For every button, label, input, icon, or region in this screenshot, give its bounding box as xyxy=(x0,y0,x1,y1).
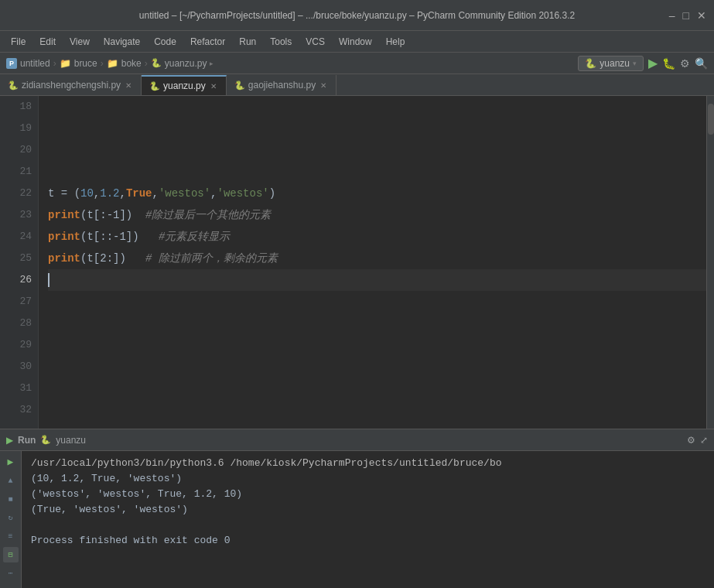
tab-yuanzu[interactable]: 🐍 yuanzu.py ✕ xyxy=(142,75,227,95)
code-line-26 xyxy=(48,269,706,291)
debug-button[interactable]: 🐛 xyxy=(662,57,675,70)
search-icon[interactable]: 🔍 xyxy=(695,57,708,70)
code-line-21 xyxy=(48,161,706,183)
line-num-19: 19 xyxy=(6,118,32,139)
tab-label-gaojie: gaojiehanshu.py xyxy=(248,80,316,91)
line-num-30: 30 xyxy=(6,356,32,378)
menu-run[interactable]: Run xyxy=(233,34,262,50)
line-num-21: 21 xyxy=(6,161,32,183)
breadcrumb-bruce-label: bruce xyxy=(74,58,97,69)
run-button[interactable]: ▶ xyxy=(648,56,658,70)
menu-refactor[interactable]: Refactor xyxy=(184,34,231,50)
menu-window[interactable]: Window xyxy=(333,34,378,50)
run-gear-icon[interactable]: ⚙ xyxy=(680,57,690,70)
tab-close-zidian[interactable]: ✕ xyxy=(124,80,133,91)
window-title: untitled – [~/PycharmProjects/untitled] … xyxy=(139,10,575,21)
run-panel-expand-icon[interactable]: ⤢ xyxy=(700,435,708,446)
output-line-5 xyxy=(31,518,705,533)
line-num-26: 26 xyxy=(6,269,32,291)
run-panel-icon: ▶ xyxy=(6,435,13,446)
menu-code[interactable]: Code xyxy=(148,34,183,50)
code-editor[interactable]: t = (10,1.2,True,'westos','westos') prin… xyxy=(39,96,706,429)
line-num-22: 22 xyxy=(6,183,32,204)
run-output: /usr/local/python3/bin/python3.6 /home/k… xyxy=(22,451,714,588)
run-tool-filter[interactable]: ≡ xyxy=(3,528,19,544)
line-num-28: 28 xyxy=(6,313,32,334)
menu-help[interactable]: Help xyxy=(380,34,412,50)
output-line-6: Process finished with exit code 0 xyxy=(31,533,705,549)
run-tool-scroll[interactable]: ⊟ xyxy=(3,547,19,562)
menu-vcs[interactable]: VCS xyxy=(299,34,331,50)
breadcrumb-chevron: ▸ xyxy=(210,60,214,67)
tab-zidian[interactable]: 🐍 zidianshengchengshi.py ✕ xyxy=(0,75,142,95)
editor-scrollbar[interactable] xyxy=(706,96,714,429)
run-config-selector[interactable]: 🐍 yuanzu ▾ xyxy=(578,56,644,71)
close-btn[interactable]: ✕ xyxy=(697,9,706,22)
run-output-area: ▶ ▲ ■ ↻ ≡ ⊟ ⋯ /usr/local/python3/bin/pyt… xyxy=(0,451,714,588)
code-line-28 xyxy=(48,313,706,334)
code-line-20 xyxy=(48,139,706,161)
line-numbers-gutter: 18 19 20 21 22 23 24 25 26 27 28 29 30 3… xyxy=(0,96,39,429)
tab-gaojie[interactable]: 🐍 gaojiehanshu.py ✕ xyxy=(227,75,337,95)
code-line-32 xyxy=(48,399,706,421)
code-line-30 xyxy=(48,356,706,378)
breadcrumb-boke[interactable]: 📁 boke xyxy=(107,58,142,69)
output-line-1: /usr/local/python3/bin/python3.6 /home/k… xyxy=(31,456,705,471)
code-line-27 xyxy=(48,291,706,313)
breadcrumb-sep-3: › xyxy=(145,58,148,69)
tab-label-yuanzu: yuanzu.py xyxy=(163,80,206,91)
run-controls-bar: 🐍 yuanzu ▾ ▶ 🐛 ⚙ 🔍 xyxy=(578,56,708,71)
output-line-3: ('westos', 'westos', True, 1.2, 10) xyxy=(31,487,705,502)
line-num-32: 32 xyxy=(6,399,32,421)
run-panel-header: ▶ Run 🐍 yuanzu ⚙ ⤢ xyxy=(0,429,714,451)
tab-close-gaojie[interactable]: ✕ xyxy=(319,80,328,91)
run-tool-more[interactable]: ⋯ xyxy=(3,566,19,581)
line-num-24: 24 xyxy=(6,226,32,248)
folder-icon-2: 📁 xyxy=(107,58,118,69)
menu-navigate[interactable]: Navigate xyxy=(97,34,146,50)
run-config-chevron: ▾ xyxy=(633,60,637,67)
code-line-19 xyxy=(48,118,706,139)
maximize-btn[interactable]: □ xyxy=(683,9,689,22)
breadcrumb-project[interactable]: P untitled xyxy=(6,58,50,69)
editor-container: 18 19 20 21 22 23 24 25 26 27 28 29 30 3… xyxy=(0,96,714,429)
menu-bar: File Edit View Navigate Code Refactor Ru… xyxy=(0,31,714,53)
run-tool-stop-2[interactable]: ■ xyxy=(3,491,19,507)
run-panel-title: Run xyxy=(18,435,36,446)
tabs-bar: 🐍 zidianshengchengshi.py ✕ 🐍 yuanzu.py ✕… xyxy=(0,74,714,96)
breadcrumb-bruce[interactable]: 📁 bruce xyxy=(60,58,97,69)
tab-label-zidian: zidianshengchengshi.py xyxy=(22,80,121,91)
run-tool-rerun[interactable]: ↻ xyxy=(3,510,19,525)
line-num-23: 23 xyxy=(6,204,32,226)
python-file-icon: 🐍 xyxy=(151,58,162,68)
breadcrumb-bar: P untitled › 📁 bruce › 📁 boke › 🐍 yuanzu… xyxy=(0,53,714,74)
menu-edit[interactable]: Edit xyxy=(33,34,62,50)
window-controls: – □ ✕ xyxy=(669,9,706,22)
menu-view[interactable]: View xyxy=(63,34,96,50)
line-num-25: 25 xyxy=(6,248,32,269)
minimize-btn[interactable]: – xyxy=(669,9,675,22)
breadcrumb-boke-label: boke xyxy=(121,58,142,69)
run-panel-config-icon: 🐍 xyxy=(40,435,51,445)
folder-icon-1: 📁 xyxy=(60,58,71,69)
menu-file[interactable]: File xyxy=(5,34,32,50)
tab-icon-yuanzu: 🐍 xyxy=(149,81,160,91)
output-line-2: (10, 1.2, True, 'westos') xyxy=(31,471,705,487)
tab-icon-gaojie: 🐍 xyxy=(234,80,245,91)
tab-close-yuanzu[interactable]: ✕ xyxy=(209,81,218,91)
run-config-name: yuanzu xyxy=(600,58,630,69)
project-icon: P xyxy=(6,58,17,69)
menu-tools[interactable]: Tools xyxy=(264,34,298,50)
run-panel: ▶ Run 🐍 yuanzu ⚙ ⤢ ▶ ▲ ■ ↻ ≡ ⊟ ⋯ /usr/lo… xyxy=(0,429,714,588)
code-line-29 xyxy=(48,334,706,356)
run-tool-stop-1[interactable]: ▲ xyxy=(3,473,19,488)
cursor-caret xyxy=(48,273,50,287)
breadcrumb-file[interactable]: 🐍 yuanzu.py ▸ xyxy=(151,58,214,69)
run-panel-settings-icon[interactable]: ⚙ xyxy=(687,435,695,446)
run-tool-play[interactable]: ▶ xyxy=(3,454,19,470)
run-config-icon: 🐍 xyxy=(585,58,596,69)
code-line-25: print(t[2:]) # 除过前两个，剩余的元素 xyxy=(48,248,706,269)
code-line-31 xyxy=(48,378,706,399)
line-num-27: 27 xyxy=(6,291,32,313)
code-line-24: print(t[::-1]) #元素反转显示 xyxy=(48,226,706,248)
